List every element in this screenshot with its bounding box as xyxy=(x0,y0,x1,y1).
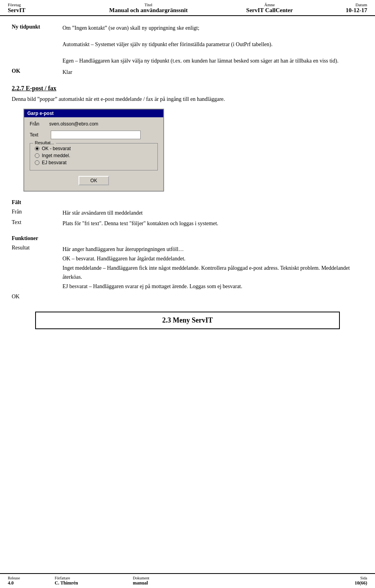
date-label: Datum xyxy=(355,2,367,7)
dialog-from-label: Från xyxy=(30,121,49,127)
bottom-section-box: 2.3 Meny ServIT xyxy=(35,312,340,329)
dialog-from-row: Från sven.olsson@ebro.com xyxy=(30,121,158,127)
subject-label: Ämne xyxy=(264,2,275,7)
title-value: Manual och användargränssnit xyxy=(109,7,188,14)
author-label: Författare xyxy=(55,576,133,580)
resultat-line3: Inget meddelande – Handläggaren fick int… xyxy=(62,265,350,280)
footer-author: Författare C. Thimrén xyxy=(55,576,133,586)
fields-header: Fält xyxy=(12,199,363,206)
fields-from-label: Från xyxy=(12,209,62,215)
company-value: ServIT xyxy=(8,7,66,14)
title-label: Titel xyxy=(145,2,152,7)
footer-document: Dokument manual xyxy=(133,576,328,586)
dialog-text-label: Text xyxy=(30,132,49,138)
release-label: Release xyxy=(8,576,55,580)
page-footer: Release 4.0 Författare C. Thimrén Dokume… xyxy=(0,573,375,588)
page-content: Ny tidpunkt Om ”Ingen kontakt” (se ovan)… xyxy=(0,16,375,573)
document-value: manual xyxy=(133,580,328,586)
dialog-radio-inget-label: Inget meddel. xyxy=(42,153,70,158)
dialog-group-label: Resultat... xyxy=(33,140,56,145)
fields-section: Fält Från Här står avsändaren till medde… xyxy=(12,199,363,228)
header-date: Datum 10-12-17 xyxy=(309,2,367,14)
fields-from-value: Här står avsändaren till meddelandet xyxy=(62,209,363,217)
author-value: C. Thimrén xyxy=(55,580,133,586)
resultat-line4: EJ besvarat – Handläggaren svarar ej på … xyxy=(62,283,242,289)
dialog-body: Från sven.olsson@ebro.com Text Resultat.… xyxy=(24,117,163,191)
ny-tidpunkt-text2: Automatiskt – Systemet väljer själv ny t… xyxy=(62,41,273,47)
funktioner-row-ok: OK xyxy=(12,294,363,300)
fields-text-label: Text xyxy=(12,219,62,226)
ny-tidpunkt-text: Om ”Ingen kontakt” (se ovan) skall ny up… xyxy=(62,24,363,65)
page-label: Sida xyxy=(360,576,367,580)
ny-tidpunkt-text1: Om ”Ingen kontakt” (se ovan) skall ny up… xyxy=(62,25,199,31)
section-227-desc: Denna bild ”poppar” automatiskt när ett … xyxy=(12,95,363,103)
page-value: 10(66) xyxy=(355,580,367,586)
dialog-radio-ej-circle xyxy=(35,160,39,165)
dialog-radio-ej-label: EJ besvarat xyxy=(42,160,66,165)
ok-label: OK xyxy=(12,68,62,74)
subject-value: ServIT CallCenter xyxy=(246,7,293,14)
funktioner-row-resultat: Resultat Här anger handläggaren hur åter… xyxy=(12,245,363,291)
resultat-label: Resultat xyxy=(12,245,62,251)
resultat-line2: OK – besvarat. Handläggaren har åtgärdat… xyxy=(62,256,186,262)
dialog-radio-inget[interactable]: Inget meddel. xyxy=(35,153,153,158)
dialog-radio-ok[interactable]: OK - besvarat xyxy=(35,146,153,151)
bottom-section-title: 2.3 Meny ServIT xyxy=(40,316,335,324)
resultat-value: Här anger handläggaren hur återuppringni… xyxy=(62,245,363,291)
header-title: Titel Manual och användargränssnit xyxy=(66,2,230,14)
fields-row-text: Text Plats för "fri text". Denna text "f… xyxy=(12,219,363,228)
ny-tidpunkt-section: Ny tidpunkt Om ”Ingen kontakt” (se ovan)… xyxy=(12,24,363,65)
funktioner-ok-label: OK xyxy=(12,294,62,300)
header-company: Företag ServIT xyxy=(8,2,66,14)
dialog-from-value: sven.olsson@ebro.com xyxy=(49,121,98,127)
fields-row-from: Från Här står avsändaren till meddelande… xyxy=(12,209,363,217)
dialog-titlebar: Garp e-post xyxy=(24,109,163,117)
ny-tidpunkt-label: Ny tidpunkt xyxy=(12,24,62,30)
document-label: Dokument xyxy=(133,576,328,580)
section-227-heading: 2.2.7 E-post / fax xyxy=(12,85,363,92)
ok-klar-section: OK Klar xyxy=(12,68,363,76)
dialog-ok-button[interactable]: OK xyxy=(79,176,109,185)
ok-value: Klar xyxy=(62,68,363,76)
dialog-radio-ok-label: OK - besvarat xyxy=(42,146,71,151)
page-header: Företag ServIT Titel Manual och användar… xyxy=(0,0,375,16)
header-subject: Ämne ServIT CallCenter xyxy=(230,2,309,14)
email-dialog: Garp e-post Från sven.olsson@ebro.com Te… xyxy=(23,109,164,192)
page: Företag ServIT Titel Manual och användar… xyxy=(0,0,375,588)
dialog-button-row: OK xyxy=(30,176,158,185)
funktioner-section: Funktioner Resultat Här anger handläggar… xyxy=(12,235,363,300)
release-value: 4.0 xyxy=(8,580,55,586)
dialog-text-input[interactable] xyxy=(51,131,141,139)
funktioner-header: Funktioner xyxy=(12,235,363,242)
footer-page: Sida 10(66) xyxy=(328,576,367,586)
dialog-radio-ej[interactable]: EJ besvarat xyxy=(35,160,153,165)
date-value: 10-12-17 xyxy=(346,7,367,14)
dialog-text-row: Text xyxy=(30,131,158,139)
company-label: Företag xyxy=(8,2,66,7)
fields-text-value: Plats för "fri text". Denna text "följer… xyxy=(62,219,363,228)
footer-release: Release 4.0 xyxy=(8,576,55,586)
ny-tidpunkt-text3: Egen – Handläggaren kan själv välja ny t… xyxy=(62,58,338,64)
resultat-line1: Här anger handläggaren hur återuppringni… xyxy=(62,246,184,252)
dialog-radio-inget-circle xyxy=(35,153,39,158)
dialog-radio-ok-circle xyxy=(35,146,39,151)
dialog-result-group: Resultat... OK - besvarat Inget meddel. … xyxy=(30,143,158,170)
